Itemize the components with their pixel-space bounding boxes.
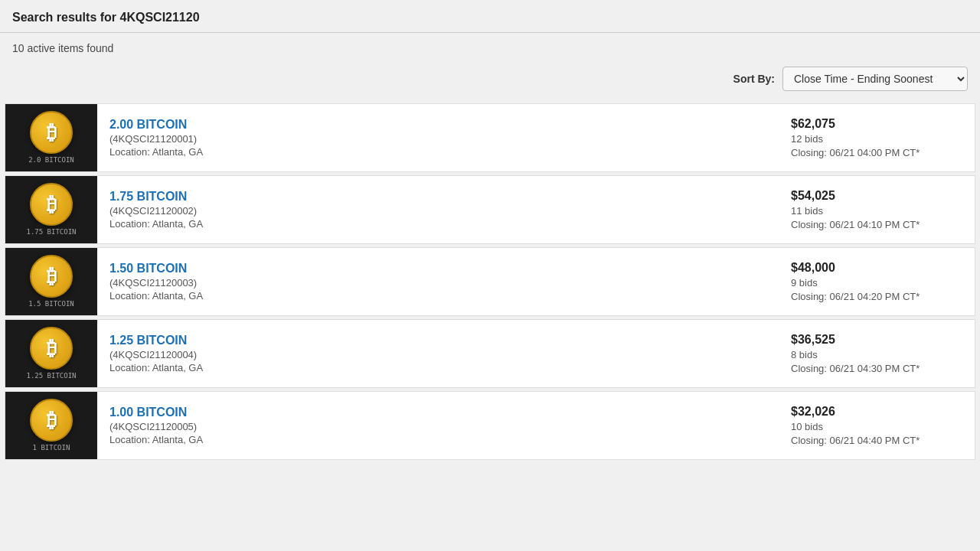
item-image-2: ₿ 1.5 BITCOIN	[5, 248, 97, 315]
item-location-4: Location: Atlanta, GA	[109, 434, 763, 445]
item-price-1: $54,025	[791, 189, 959, 203]
item-details-4: 1.00 BITCOIN (4KQSCI21120005) Location: …	[97, 392, 776, 459]
item-price-4: $32,026	[791, 405, 959, 419]
item-location-0: Location: Atlanta, GA	[109, 146, 763, 158]
btc-label-0: 2.0 BITCOIN	[21, 156, 82, 164]
bitcoin-symbol-icon: ₿	[47, 337, 57, 360]
item-details-1: 1.75 BITCOIN (4KQSCI21120002) Location: …	[97, 176, 776, 243]
item-details-2: 1.50 BITCOIN (4KQSCI21120003) Location: …	[97, 248, 776, 315]
sort-label: Sort By:	[733, 73, 775, 85]
item-location-3: Location: Atlanta, GA	[109, 362, 763, 373]
item-closing-4: Closing: 06/21 04:40 PM CT*	[791, 435, 959, 446]
btc-label-3: 1.25 BITCOIN	[21, 372, 82, 380]
list-item: ₿ 1.75 BITCOIN 1.75 BITCOIN (4KQSCI21120…	[5, 175, 975, 244]
item-id-3: (4KQSCI21120004)	[109, 349, 763, 360]
items-list: ₿ 2.0 BITCOIN 2.00 BITCOIN (4KQSCI211200…	[0, 103, 980, 460]
item-bids-4: 10 bids	[791, 421, 959, 432]
btc-label-1: 1.75 BITCOIN	[21, 228, 82, 236]
item-bids-0: 12 bids	[791, 133, 959, 145]
item-id-1: (4KQSCI21120002)	[109, 205, 763, 217]
item-bid-info-4: $32,026 10 bids Closing: 06/21 04:40 PM …	[776, 392, 975, 459]
item-title-3[interactable]: 1.25 BITCOIN	[109, 334, 763, 347]
item-details-3: 1.25 BITCOIN (4KQSCI21120004) Location: …	[97, 320, 776, 387]
item-title-2[interactable]: 1.50 BITCOIN	[109, 262, 763, 276]
item-closing-2: Closing: 06/21 04:20 PM CT*	[791, 291, 959, 302]
item-bids-1: 11 bids	[791, 205, 959, 217]
item-closing-1: Closing: 06/21 04:10 PM CT*	[791, 219, 959, 230]
item-location-1: Location: Atlanta, GA	[109, 218, 763, 230]
item-title-1[interactable]: 1.75 BITCOIN	[109, 190, 763, 204]
list-item: ₿ 1 BITCOIN 1.00 BITCOIN (4KQSCI21120005…	[5, 391, 975, 460]
item-image-4: ₿ 1 BITCOIN	[5, 392, 97, 459]
item-bid-info-1: $54,025 11 bids Closing: 06/21 04:10 PM …	[776, 176, 975, 243]
list-item: ₿ 2.0 BITCOIN 2.00 BITCOIN (4KQSCI211200…	[5, 103, 975, 172]
item-bids-3: 8 bids	[791, 349, 959, 360]
item-bid-info-3: $36,525 8 bids Closing: 06/21 04:30 PM C…	[776, 320, 975, 387]
btc-label-4: 1 BITCOIN	[21, 444, 82, 452]
item-id-2: (4KQSCI21120003)	[109, 277, 763, 289]
item-details-0: 2.00 BITCOIN (4KQSCI21120001) Location: …	[97, 104, 776, 171]
item-bid-info-0: $62,075 12 bids Closing: 06/21 04:00 PM …	[776, 104, 975, 171]
item-location-2: Location: Atlanta, GA	[109, 290, 763, 302]
item-title-0[interactable]: 2.00 BITCOIN	[109, 118, 763, 132]
item-bid-info-2: $48,000 9 bids Closing: 06/21 04:20 PM C…	[776, 248, 975, 315]
item-id-4: (4KQSCI21120005)	[109, 421, 763, 432]
item-image-3: ₿ 1.25 BITCOIN	[5, 320, 97, 387]
item-price-0: $62,075	[791, 117, 959, 131]
results-count: 10 active items found	[12, 42, 113, 54]
page-title: Search results for 4KQSCI21120	[12, 11, 968, 24]
item-closing-0: Closing: 06/21 04:00 PM CT*	[791, 147, 959, 158]
item-price-2: $48,000	[791, 261, 959, 275]
bitcoin-symbol-icon: ₿	[47, 409, 57, 432]
btc-label-2: 1.5 BITCOIN	[21, 300, 82, 308]
item-price-3: $36,525	[791, 333, 959, 347]
bitcoin-symbol-icon: ₿	[47, 121, 57, 145]
item-id-0: (4KQSCI21120001)	[109, 133, 763, 145]
bitcoin-symbol-icon: ₿	[47, 193, 57, 217]
list-item: ₿ 1.25 BITCOIN 1.25 BITCOIN (4KQSCI21120…	[5, 319, 975, 388]
sort-select[interactable]: Close Time - Ending Soonest Close Time -…	[782, 67, 968, 91]
item-closing-3: Closing: 06/21 04:30 PM CT*	[791, 363, 959, 374]
item-image-1: ₿ 1.75 BITCOIN	[5, 176, 97, 243]
item-title-4[interactable]: 1.00 BITCOIN	[109, 406, 763, 419]
bitcoin-symbol-icon: ₿	[47, 265, 57, 289]
item-image-0: ₿ 2.0 BITCOIN	[5, 104, 97, 171]
list-item: ₿ 1.5 BITCOIN 1.50 BITCOIN (4KQSCI211200…	[5, 247, 975, 316]
item-bids-2: 9 bids	[791, 277, 959, 289]
